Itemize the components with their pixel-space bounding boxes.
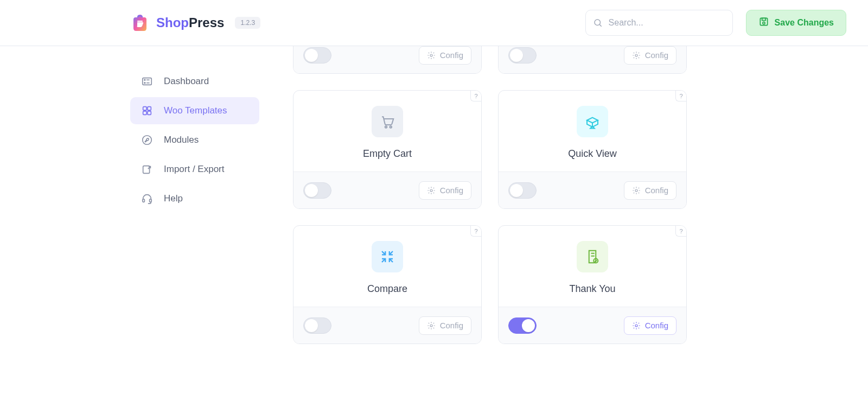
enable-toggle[interactable] xyxy=(303,182,331,199)
svg-line-2 xyxy=(599,24,601,26)
svg-point-1 xyxy=(595,20,601,26)
config-button-label: Config xyxy=(645,50,668,60)
svg-point-9 xyxy=(144,82,145,84)
brand-name-press: Press xyxy=(189,15,224,30)
svg-point-23 xyxy=(430,189,432,192)
enable-toggle[interactable] xyxy=(508,317,537,334)
card-title: Compare xyxy=(367,283,407,295)
config-button[interactable]: Config xyxy=(624,181,676,200)
sidebar: Dashboard Woo Templates Modules xyxy=(0,46,293,413)
sidebar-item-label: Woo Templates xyxy=(164,105,227,116)
enable-toggle[interactable] xyxy=(303,317,331,334)
sidebar-item-modules[interactable]: Modules xyxy=(130,126,259,154)
svg-point-22 xyxy=(390,126,392,128)
empty-cart-icon xyxy=(372,106,403,137)
brand-name-shop: Shop xyxy=(156,15,189,30)
gear-icon xyxy=(427,51,436,60)
config-button-label: Config xyxy=(440,321,463,330)
search-icon xyxy=(593,18,603,28)
brand-name: ShopPress xyxy=(156,15,224,30)
config-button[interactable]: Config xyxy=(419,181,471,200)
save-button-label: Save Changes xyxy=(775,18,834,28)
gear-icon xyxy=(632,321,641,330)
template-card-cart: Cart Config xyxy=(498,46,687,74)
compare-icon xyxy=(372,241,403,272)
config-button-label: Config xyxy=(645,186,668,195)
svg-rect-6 xyxy=(143,78,152,85)
template-card-compare: ? Compare xyxy=(293,225,482,344)
svg-rect-12 xyxy=(148,107,151,110)
template-card-empty-cart: ? Empty Cart xyxy=(293,90,482,209)
gear-icon xyxy=(427,321,436,330)
config-button[interactable]: Config xyxy=(419,46,471,65)
search-input[interactable] xyxy=(585,10,733,36)
sidebar-item-label: Dashboard xyxy=(164,76,209,87)
main-content: My Account Config Cart xyxy=(293,46,868,413)
svg-point-7 xyxy=(144,79,145,80)
card-title: Thank You xyxy=(569,283,615,295)
config-button-label: Config xyxy=(440,50,463,60)
search-wrap xyxy=(585,10,733,36)
card-title: Empty Cart xyxy=(363,148,412,160)
import-export-icon xyxy=(141,163,153,175)
svg-point-21 xyxy=(385,126,387,128)
brand-logo-icon xyxy=(130,13,150,33)
svg-point-29 xyxy=(635,325,637,327)
dashboard-icon xyxy=(141,75,153,87)
svg-rect-18 xyxy=(150,199,152,202)
enable-toggle[interactable] xyxy=(303,47,331,63)
gear-icon xyxy=(632,186,641,195)
config-button[interactable]: Config xyxy=(419,316,471,335)
svg-rect-17 xyxy=(143,199,145,202)
sidebar-item-import-export[interactable]: Import / Export xyxy=(130,156,259,183)
wrench-icon xyxy=(141,134,153,146)
template-card-thank-you: ? Thank You xyxy=(498,225,687,344)
svg-rect-16 xyxy=(143,166,150,174)
thank-you-icon xyxy=(577,241,608,272)
svg-point-24 xyxy=(635,189,637,192)
svg-rect-14 xyxy=(148,111,151,115)
quick-view-icon xyxy=(577,106,608,137)
app-header: ShopPress 1.2.3 Save Changes xyxy=(0,0,868,46)
save-changes-button[interactable]: Save Changes xyxy=(746,10,846,36)
sidebar-item-woo-templates[interactable]: Woo Templates xyxy=(130,97,259,124)
svg-rect-4 xyxy=(762,18,765,20)
svg-point-20 xyxy=(635,54,637,56)
svg-rect-11 xyxy=(143,107,146,110)
sidebar-item-help[interactable]: Help xyxy=(130,185,259,212)
config-button[interactable]: Config xyxy=(624,46,676,65)
config-button-label: Config xyxy=(645,321,668,330)
template-card-my-account: My Account Config xyxy=(293,46,482,74)
card-title: Quick View xyxy=(568,148,617,160)
help-icon[interactable]: ? xyxy=(675,226,686,237)
template-card-quick-view: ? Quick View xyxy=(498,90,687,209)
gear-icon xyxy=(632,51,641,60)
enable-toggle[interactable] xyxy=(508,47,537,63)
headset-icon xyxy=(141,193,153,205)
enable-toggle[interactable] xyxy=(508,182,537,199)
sidebar-item-label: Help xyxy=(164,193,183,204)
svg-point-15 xyxy=(143,136,152,145)
brand-block: ShopPress 1.2.3 xyxy=(130,13,260,33)
sidebar-item-dashboard[interactable]: Dashboard xyxy=(130,68,259,95)
config-button-label: Config xyxy=(440,186,463,195)
version-badge: 1.2.3 xyxy=(235,17,260,29)
save-icon xyxy=(758,16,769,29)
help-icon[interactable]: ? xyxy=(675,91,686,101)
grid-icon xyxy=(141,105,153,117)
help-icon[interactable]: ? xyxy=(470,91,481,101)
config-button[interactable]: Config xyxy=(624,316,676,335)
help-icon[interactable]: ? xyxy=(470,226,481,237)
svg-point-19 xyxy=(430,54,432,56)
svg-rect-0 xyxy=(137,21,143,22)
svg-point-25 xyxy=(430,325,432,327)
sidebar-item-label: Modules xyxy=(164,135,199,145)
sidebar-item-label: Import / Export xyxy=(164,164,224,175)
svg-rect-13 xyxy=(143,111,146,115)
gear-icon xyxy=(427,186,436,195)
svg-point-5 xyxy=(763,22,765,24)
